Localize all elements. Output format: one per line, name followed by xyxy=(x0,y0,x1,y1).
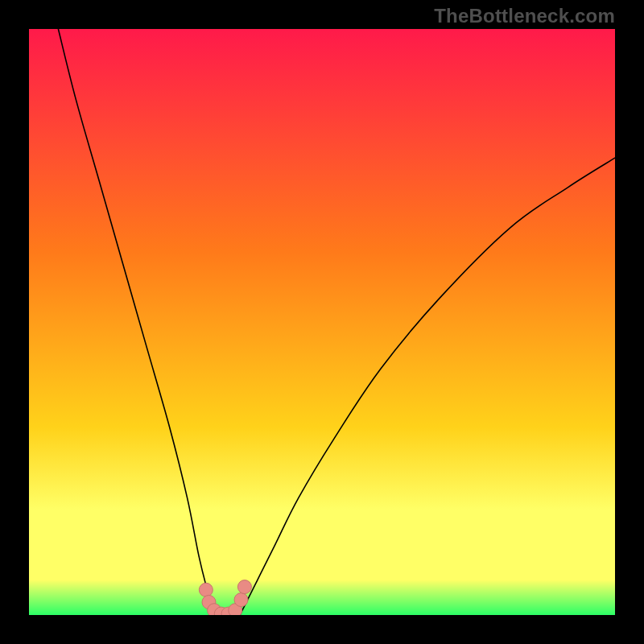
chart-svg xyxy=(29,29,615,615)
plot-area xyxy=(29,29,615,615)
trough-marker xyxy=(199,583,213,597)
outer-frame: TheBottleneck.com xyxy=(0,0,644,644)
trough-marker xyxy=(234,593,248,607)
gradient-background xyxy=(29,29,615,615)
watermark-text: TheBottleneck.com xyxy=(434,5,615,27)
trough-marker xyxy=(237,580,251,594)
